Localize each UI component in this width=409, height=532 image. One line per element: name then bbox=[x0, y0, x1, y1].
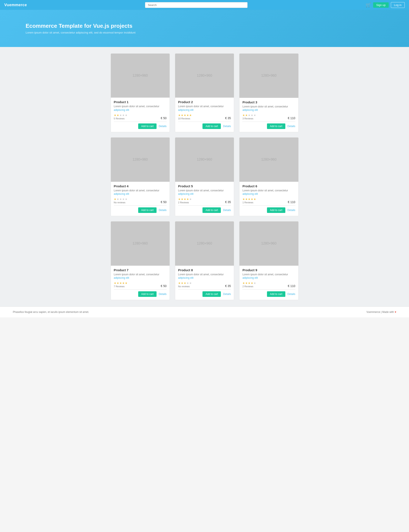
product-name: Product 5 bbox=[178, 184, 231, 188]
add-to-cart-button[interactable]: Add to cart bbox=[138, 123, 157, 129]
star-rating: ★★★★★ bbox=[178, 197, 192, 201]
product-description: Lorem ipsum dolor sit amet, consectetur … bbox=[178, 189, 231, 196]
product-actions: Add to cart Details bbox=[242, 207, 295, 213]
product-divider bbox=[114, 121, 167, 122]
product-description: Lorem ipsum dolor sit amet, consectetur … bbox=[242, 105, 295, 112]
desc-link[interactable]: adipiscing elit bbox=[114, 276, 129, 279]
product-body: Product 2 Lorem ipsum dolor sit amet, co… bbox=[175, 98, 234, 132]
product-image: 1280×960 bbox=[239, 222, 298, 266]
star-rating: ★★★★★ bbox=[242, 114, 256, 117]
reviews-count: 2 Reviews bbox=[178, 201, 192, 204]
product-meta: ★★★★★ 1 Reviews € 110 bbox=[242, 197, 295, 204]
product-description: Lorem ipsum dolor sit amet, consectetur … bbox=[242, 273, 295, 280]
product-card: 1280×960 Product 6 Lorem ipsum dolor sit… bbox=[239, 137, 298, 216]
hero-section: Ecommerce Template for Vue.js projects L… bbox=[0, 10, 409, 47]
product-image: 1280×960 bbox=[239, 54, 298, 98]
add-to-cart-button[interactable]: Add to cart bbox=[267, 291, 285, 297]
details-button[interactable]: Details bbox=[223, 209, 231, 212]
product-actions: Add to cart Details bbox=[114, 123, 167, 129]
product-rating: ★★★★★ 10 Reviews bbox=[178, 114, 192, 120]
product-description: Lorem ipsum dolor sit amet, consectetur … bbox=[114, 273, 167, 280]
details-button[interactable]: Details bbox=[159, 209, 167, 212]
search-container bbox=[145, 2, 248, 8]
product-body: Product 3 Lorem ipsum dolor sit amet, co… bbox=[239, 98, 298, 132]
product-card: 1280×960 Product 5 Lorem ipsum dolor sit… bbox=[175, 137, 234, 216]
product-price: € 110 bbox=[288, 284, 295, 288]
desc-link[interactable]: adipiscing elit bbox=[178, 276, 194, 279]
desc-link[interactable]: adipiscing elit bbox=[242, 109, 258, 112]
reviews-count: No reviews bbox=[114, 201, 128, 204]
desc-link[interactable]: adipiscing elit bbox=[114, 192, 129, 196]
star-rating: ★★★★★ bbox=[178, 114, 192, 117]
product-actions: Add to cart Details bbox=[114, 207, 167, 213]
cart-icon[interactable]: 🛒 bbox=[366, 2, 371, 8]
reviews-count: 1 Reviews bbox=[242, 201, 256, 204]
details-button[interactable]: Details bbox=[223, 293, 231, 296]
footer-separator: | Made with bbox=[380, 310, 395, 314]
navbar: Vuemmerce 🛒 Sign up Log in bbox=[0, 0, 409, 10]
details-button[interactable]: Details bbox=[288, 209, 295, 212]
search-input[interactable] bbox=[145, 2, 248, 8]
heart-icon: ♥ bbox=[395, 310, 396, 314]
product-card: 1280×960 Product 2 Lorem ipsum dolor sit… bbox=[175, 53, 234, 132]
signup-button[interactable]: Sign up bbox=[373, 2, 389, 8]
product-image: 1280×960 bbox=[175, 222, 234, 265]
product-actions: Add to cart Details bbox=[178, 123, 231, 129]
product-price: € 50 bbox=[161, 116, 167, 120]
product-description: Lorem ipsum dolor sit amet, consectetur … bbox=[178, 105, 231, 112]
product-price: € 50 bbox=[161, 200, 167, 204]
product-divider bbox=[242, 205, 295, 206]
product-description: Lorem ipsum dolor sit amet, consectetur … bbox=[178, 273, 231, 280]
product-rating: ★★★★★ 3 Reviews bbox=[242, 114, 256, 120]
desc-link[interactable]: adipiscing elit bbox=[242, 192, 258, 196]
details-button[interactable]: Details bbox=[159, 125, 167, 128]
login-button[interactable]: Log in bbox=[391, 2, 405, 8]
reviews-count: 10 Reviews bbox=[178, 117, 192, 120]
product-description: Lorem ipsum dolor sit amet, consectetur … bbox=[114, 189, 167, 196]
product-rating: ★★★★★ No reviews bbox=[178, 281, 192, 288]
product-actions: Add to cart Details bbox=[178, 291, 231, 297]
product-name: Product 1 bbox=[114, 100, 167, 104]
product-divider bbox=[242, 121, 295, 122]
product-description: Lorem ipsum dolor sit amet, consectetur … bbox=[242, 189, 295, 196]
footer: Phasellus feugiat arcu sapien, et iaculi… bbox=[0, 307, 409, 317]
product-image: 1280×960 bbox=[239, 138, 298, 182]
product-grid: 1280×960 Product 1 Lorem ipsum dolor sit… bbox=[111, 53, 298, 300]
product-meta: ★★★★★ No reviews € 35 bbox=[178, 281, 231, 288]
star-rating: ★★★★★ bbox=[242, 281, 256, 285]
product-rating: ★★★★★ 2 Reviews bbox=[242, 281, 256, 288]
details-button[interactable]: Details bbox=[288, 293, 295, 296]
add-to-cart-button[interactable]: Add to cart bbox=[138, 291, 157, 297]
brand-logo: Vuemmerce bbox=[4, 3, 27, 7]
desc-link[interactable]: adipiscing elit bbox=[178, 192, 194, 196]
product-body: Product 1 Lorem ipsum dolor sit amet, co… bbox=[111, 98, 170, 132]
product-meta: ★★★★★ 10 Reviews € 35 bbox=[178, 114, 231, 120]
product-price: € 35 bbox=[225, 116, 231, 120]
product-name: Product 3 bbox=[242, 100, 295, 104]
add-to-cart-button[interactable]: Add to cart bbox=[138, 207, 157, 213]
add-to-cart-button[interactable]: Add to cart bbox=[203, 123, 221, 129]
details-button[interactable]: Details bbox=[288, 125, 295, 128]
product-name: Product 4 bbox=[114, 184, 167, 188]
desc-link[interactable]: adipiscing elit bbox=[178, 109, 194, 112]
product-price: € 35 bbox=[225, 200, 231, 204]
product-body: Product 7 Lorem ipsum dolor sit amet, co… bbox=[111, 266, 170, 300]
product-body: Product 5 Lorem ipsum dolor sit amet, co… bbox=[175, 182, 234, 216]
product-meta: ★★★★★ 3 Reviews € 110 bbox=[242, 114, 295, 120]
product-actions: Add to cart Details bbox=[114, 291, 167, 297]
add-to-cart-button[interactable]: Add to cart bbox=[267, 123, 285, 129]
desc-link[interactable]: adipiscing elit bbox=[114, 109, 129, 112]
product-card: 1280×960 Product 1 Lorem ipsum dolor sit… bbox=[111, 53, 170, 132]
details-button[interactable]: Details bbox=[159, 293, 167, 296]
star-rating: ★★★★★ bbox=[242, 197, 256, 201]
product-card: 1280×960 Product 4 Lorem ipsum dolor sit… bbox=[111, 137, 170, 216]
product-image: 1280×960 bbox=[111, 222, 170, 265]
product-price: € 50 bbox=[161, 284, 167, 288]
desc-link[interactable]: adipiscing elit bbox=[242, 276, 258, 279]
details-button[interactable]: Details bbox=[223, 125, 231, 128]
add-to-cart-button[interactable]: Add to cart bbox=[267, 207, 285, 213]
product-body: Product 9 Lorem ipsum dolor sit amet, co… bbox=[239, 266, 298, 300]
navbar-actions: 🛒 Sign up Log in bbox=[366, 2, 405, 8]
add-to-cart-button[interactable]: Add to cart bbox=[203, 207, 221, 213]
add-to-cart-button[interactable]: Add to cart bbox=[203, 291, 221, 297]
